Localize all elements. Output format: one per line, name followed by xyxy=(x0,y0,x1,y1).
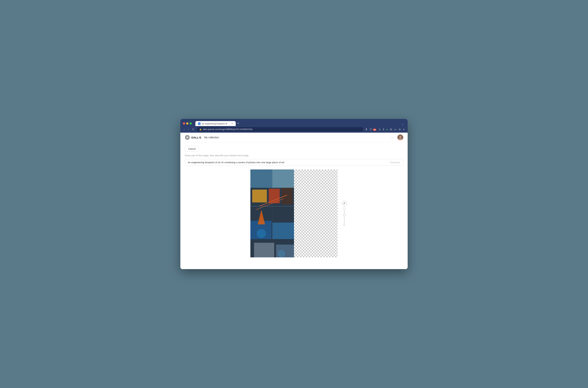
instruction-text: Erase part of the image, then describe y… xyxy=(185,154,403,157)
svg-rect-20 xyxy=(250,206,294,206)
minimize-button[interactable] xyxy=(186,122,188,124)
tab-bar: an engineering blueprint of an / ✕ + ⌄ xyxy=(195,121,405,126)
prompt-input[interactable] xyxy=(188,161,390,164)
nav-bar: ‹ › ↻ 🔒 labs.openai.com/e/ogmX6Bf4hqU1FL… xyxy=(180,126,408,133)
menu-icon[interactable]: ≡ xyxy=(403,127,405,131)
svg-point-21 xyxy=(257,229,266,238)
chrome-icon[interactable]: ● xyxy=(386,127,388,131)
collage-svg xyxy=(250,170,294,257)
reset-button[interactable]: ↺ xyxy=(342,201,347,206)
tab-favicon xyxy=(198,122,201,125)
active-tab[interactable]: an engineering blueprint of an / ✕ xyxy=(195,121,236,126)
tab-expand-icon[interactable]: ⌄ xyxy=(400,122,405,126)
svg-rect-18 xyxy=(254,243,274,257)
generate-button[interactable]: Generate xyxy=(390,161,400,164)
svg-rect-2 xyxy=(199,124,199,124)
browser-chrome: an engineering blueprint of an / ✕ + ⌄ ‹… xyxy=(180,119,408,133)
brush-controls: ↺ xyxy=(342,201,347,226)
nav-actions: ⬇ 🛡 26 ⚠ ℹ ● ⧉ ▭ ≋ ≡ xyxy=(365,127,405,132)
brush-slider-thumb[interactable] xyxy=(343,214,345,216)
tab-close-icon[interactable]: ✕ xyxy=(231,122,233,125)
shield-warning-icon[interactable]: ⚠ xyxy=(378,127,382,131)
canvas-container: ↺ xyxy=(185,170,403,257)
traffic-lights xyxy=(183,122,192,124)
logo-area: DALL·E xyxy=(185,135,201,140)
avatar[interactable] xyxy=(397,134,403,140)
forward-button[interactable]: › xyxy=(187,127,190,131)
app-name-label: DALL·E xyxy=(191,136,201,139)
close-button[interactable] xyxy=(183,122,185,124)
title-bar: an engineering blueprint of an / ✕ + ⌄ xyxy=(180,119,408,126)
info-icon[interactable]: ℹ xyxy=(383,127,384,131)
extension-badge: 26 xyxy=(373,129,376,131)
svg-point-22 xyxy=(278,250,285,257)
prompt-bar[interactable]: Generate xyxy=(185,159,403,166)
svg-point-4 xyxy=(399,136,401,138)
cancel-button[interactable]: Cancel xyxy=(185,146,199,152)
svg-rect-1 xyxy=(199,123,200,124)
header-more-icon[interactable]: ··· xyxy=(391,136,394,139)
puzzle-icon[interactable]: ⧉ xyxy=(389,127,392,132)
app-content: DALL·E My collection ··· Cancel Erase pa… xyxy=(180,133,408,269)
editor-area: Cancel Erase part of the image, then des… xyxy=(180,142,408,269)
svg-rect-12 xyxy=(269,189,280,203)
back-button[interactable]: ‹ xyxy=(183,127,186,131)
svg-rect-13 xyxy=(281,188,293,204)
address-bar[interactable]: 🔒 labs.openai.com/e/ogmX6Bf4hqU1FLUNJt6e… xyxy=(197,127,363,132)
browser-window: an engineering blueprint of an / ✕ + ⌄ ‹… xyxy=(180,119,408,269)
svg-rect-11 xyxy=(252,190,267,202)
lock-icon: 🔒 xyxy=(199,128,202,131)
extension-icon[interactable]: 🛡 26 xyxy=(369,127,377,131)
new-tab-button[interactable]: + xyxy=(236,121,241,126)
openai-logo xyxy=(185,135,190,140)
image-collage[interactable] xyxy=(250,170,294,257)
maximize-button[interactable] xyxy=(190,122,192,124)
reload-button[interactable]: ↻ xyxy=(191,127,195,131)
extensions-icon[interactable]: ≋ xyxy=(398,127,401,131)
brush-size-max[interactable] xyxy=(343,207,346,210)
download-icon[interactable]: ⬇ xyxy=(365,127,368,131)
url-text: labs.openai.com/e/ogmX6Bf4hqU1FLUNJt6eFS… xyxy=(203,128,253,131)
brush-size-min[interactable] xyxy=(343,224,345,226)
transparent-canvas[interactable] xyxy=(294,170,338,257)
tab-title: an engineering blueprint of an / xyxy=(202,122,230,125)
image-canvas: ↺ xyxy=(250,170,338,257)
cast-icon[interactable]: ▭ xyxy=(394,127,397,131)
app-header: DALL·E My collection ··· xyxy=(180,133,408,142)
svg-rect-17 xyxy=(272,222,294,239)
my-collection-link[interactable]: My collection xyxy=(204,136,219,139)
